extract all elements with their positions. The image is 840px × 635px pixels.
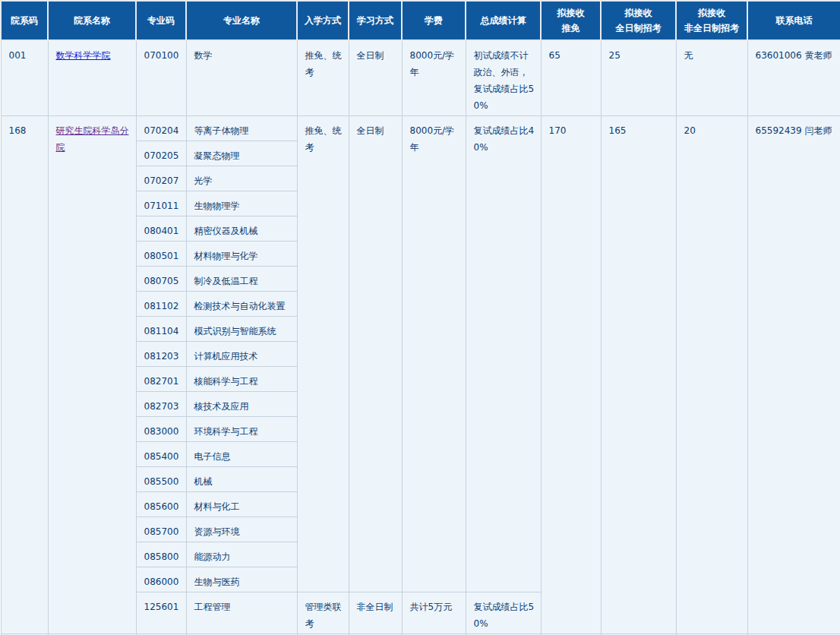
major-code-cell: 080501 — [136, 242, 186, 267]
major-code-cell: 085800 — [136, 542, 186, 567]
major-code-cell: 125601 — [136, 592, 186, 634]
major-name-cell: 工程管理 — [186, 592, 297, 634]
col-header-dept-name: 院系名称 — [48, 1, 136, 40]
parttime-quota-cell: 无 — [676, 40, 747, 116]
major-name-cell: 资源与环境 — [186, 517, 297, 542]
major-code-cell: 082703 — [136, 392, 186, 417]
col-header-major-name: 专业名称 — [186, 1, 297, 40]
dept-code-cell: 001 — [1, 40, 48, 116]
col-header-parttime-quota: 拟接收非全日制招考 — [676, 1, 747, 40]
col-header-major-code: 专业码 — [136, 1, 186, 40]
major-code-cell: 070205 — [136, 141, 186, 166]
parttime-quota-cell: 20 — [676, 116, 747, 634]
major-code-cell: 070207 — [136, 166, 186, 191]
table-row-island-first: 168 研究生院科学岛分院 070204 等离子体物理 推免、统考 全日制 80… — [1, 116, 840, 141]
col-header-tuition: 学费 — [402, 1, 466, 40]
tuition-cell: 共计5万元 — [402, 592, 466, 634]
dept-link-math[interactable]: 数学科学学院 — [56, 50, 111, 61]
study-mode-cell: 全日制 — [349, 40, 402, 116]
major-name-cell: 模式识别与智能系统 — [186, 317, 297, 342]
col-header-contact-phone: 联系电话 — [747, 1, 840, 40]
tuimian-quota-cell: 65 — [541, 40, 601, 116]
major-code-cell: 082701 — [136, 367, 186, 392]
major-name-cell: 制冷及低温工程 — [186, 267, 297, 292]
major-code-cell: 080401 — [136, 216, 186, 242]
major-name-cell: 电子信息 — [186, 442, 297, 467]
major-name-cell: 计算机应用技术 — [186, 342, 297, 367]
major-name-cell: 材料物理与化学 — [186, 242, 297, 267]
dept-code-cell: 168 — [1, 116, 48, 634]
major-name-cell: 检测技术与自动化装置 — [186, 292, 297, 317]
fulltime-quota-cell: 25 — [601, 40, 676, 116]
table-body: 001 数学科学学院 070100 数学 推免、统考 全日制 8000元/学年 … — [1, 40, 840, 635]
major-name-cell: 机械 — [186, 467, 297, 492]
table-header: 院系码 院系名称 专业码 专业名称 入学方式 学习方式 学费 总成绩计算 拟接收… — [1, 1, 840, 40]
col-header-fulltime-quota: 拟接收全日制招考 — [601, 1, 676, 40]
admission-mode-cell: 管理类联考 — [297, 592, 349, 634]
col-header-score-calc: 总成绩计算 — [466, 1, 541, 40]
major-code-cell: 070204 — [136, 116, 186, 141]
col-header-tuimian-quota: 拟接收推免 — [541, 1, 601, 40]
major-name-cell: 等离子体物理 — [186, 116, 297, 141]
major-name-cell: 生物与医药 — [186, 567, 297, 592]
header-row: 院系码 院系名称 专业码 专业名称 入学方式 学习方式 学费 总成绩计算 拟接收… — [1, 1, 840, 40]
major-code-cell: 085600 — [136, 492, 186, 517]
major-code-cell: 083000 — [136, 417, 186, 442]
major-code-cell: 070100 — [136, 40, 186, 116]
col-header-study-mode: 学习方式 — [349, 1, 402, 40]
study-mode-cell: 全日制 — [349, 116, 402, 592]
table-row-math-dept: 001 数学科学学院 070100 数学 推免、统考 全日制 8000元/学年 … — [1, 40, 840, 116]
admissions-page: 院系码 院系名称 专业码 专业名称 入学方式 学习方式 学费 总成绩计算 拟接收… — [0, 0, 840, 635]
major-name-cell: 核技术及应用 — [186, 392, 297, 417]
fulltime-quota-cell: 165 — [601, 116, 676, 634]
major-name-cell: 凝聚态物理 — [186, 141, 297, 166]
major-code-cell: 085500 — [136, 467, 186, 492]
major-name-cell: 环境科学与工程 — [186, 417, 297, 442]
major-code-cell: 080705 — [136, 267, 186, 292]
major-name-cell: 光学 — [186, 166, 297, 191]
tuition-cell: 8000元/学年 — [402, 40, 466, 116]
major-name-cell: 生物物理学 — [186, 191, 297, 216]
major-name-cell: 材料与化工 — [186, 492, 297, 517]
major-code-cell: 081203 — [136, 342, 186, 367]
major-code-cell: 071011 — [136, 191, 186, 216]
major-name-cell: 精密仪器及机械 — [186, 216, 297, 242]
study-mode-cell: 非全日制 — [349, 592, 402, 634]
major-name-cell: 核能科学与工程 — [186, 367, 297, 392]
tuition-cell: 8000元/学年 — [402, 116, 466, 592]
major-name-cell: 数学 — [186, 40, 297, 116]
admission-mode-cell: 推免、统考 — [297, 40, 349, 116]
col-header-dept-code: 院系码 — [1, 1, 48, 40]
score-calc-cell: 初试成绩不计政治、外语，复试成绩占比50% — [466, 40, 541, 116]
major-code-cell: 086000 — [136, 567, 186, 592]
major-code-cell: 085700 — [136, 517, 186, 542]
major-name-cell: 能源动力 — [186, 542, 297, 567]
tuimian-quota-cell: 170 — [541, 116, 601, 634]
admission-mode-cell: 推免、统考 — [297, 116, 349, 592]
contact-cell: 63601006 黄老师 — [747, 40, 840, 116]
score-calc-cell: 复试成绩占比40% — [466, 116, 541, 592]
major-code-cell: 085400 — [136, 442, 186, 467]
col-header-admission-mode: 入学方式 — [297, 1, 349, 40]
dept-name-cell: 数学科学学院 — [48, 40, 136, 116]
score-calc-cell: 复试成绩占比50% — [466, 592, 541, 634]
dept-link-island[interactable]: 研究生院科学岛分院 — [56, 125, 129, 153]
dept-name-cell: 研究生院科学岛分院 — [48, 116, 136, 634]
major-code-cell: 081102 — [136, 292, 186, 317]
major-code-cell: 081104 — [136, 317, 186, 342]
contact-cell: 65592439 闫老师 — [747, 116, 840, 634]
admissions-table: 院系码 院系名称 专业码 专业名称 入学方式 学习方式 学费 总成绩计算 拟接收… — [0, 0, 840, 635]
